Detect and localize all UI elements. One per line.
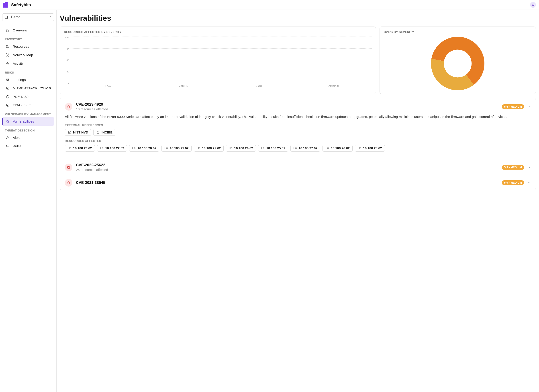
sidebar-item-label: Findings: [13, 78, 26, 82]
resources-affected-label: RESOURCES AFFECTED: [65, 139, 531, 143]
card-resources-by-severity: RESOURCES AFFECTED BY SEVERITY 120906030…: [60, 27, 376, 94]
card-title: CVE'S BY SEVERITY: [384, 30, 532, 34]
page-title: Vulnerabilities: [60, 14, 536, 23]
network-map-icon: [5, 53, 10, 57]
vulnerability-body: All firmware versions of the NPort 5000 …: [65, 111, 531, 155]
sidebar-group-label: THREAT DETECTION: [2, 126, 54, 134]
resource-chip[interactable]: 10.100.28.62: [355, 145, 385, 151]
sidebar-item-resources[interactable]: Resources: [2, 42, 54, 51]
sidebar-item-activity[interactable]: Activity: [2, 59, 54, 68]
card-title: RESOURCES AFFECTED BY SEVERITY: [64, 30, 372, 34]
vulnerability-row: CVE-2022-25622 25 resources affected 5.3…: [60, 159, 536, 175]
severity-badge: 5.9 - MEDIUM: [502, 180, 524, 185]
sidebar-item-label: Resources: [13, 44, 29, 48]
grid-icon: [5, 29, 10, 32]
bar-chart-plot: [71, 37, 372, 84]
severity-badge: 5.3 - MEDIUM: [502, 165, 524, 170]
bar-chart-y-ticks: 1209060300: [64, 37, 71, 84]
vulnerability-id: CVE-2021-38545: [76, 180, 498, 185]
vulnerability-row: CVE-2023-4929 10 resources affected 6.5 …: [60, 99, 536, 159]
resource-chip[interactable]: 10.100.25.62: [258, 145, 288, 151]
sidebar-item-tisax[interactable]: TISAX 6.0.3: [2, 101, 54, 109]
donut-slice-medium: [438, 60, 470, 84]
device-icon: [100, 146, 104, 150]
user-avatar[interactable]: VJ: [530, 2, 536, 8]
environment-label: Demo: [11, 15, 47, 19]
device-icon: [358, 146, 361, 150]
resource-chip[interactable]: 10.100.27.62: [290, 145, 321, 151]
vulnerability-description: All firmware versions of the NPort 5000 …: [65, 114, 531, 119]
resource-chip[interactable]: 10.100.20.62: [129, 145, 159, 151]
brand: Safetybits: [3, 2, 31, 8]
vulnerability-header[interactable]: CVE-2022-25622 25 resources affected 5.3…: [65, 163, 531, 172]
sidebar-item-label: Alerts: [13, 136, 22, 140]
brand-logo-icon: [3, 2, 9, 8]
resource-chip[interactable]: 10.100.24.62: [226, 145, 256, 151]
sidebar-item-overview[interactable]: Overview: [2, 26, 54, 34]
sidebar-group-label: RISKS: [2, 68, 54, 76]
sidebar-item-alerts[interactable]: Alerts: [2, 134, 54, 142]
resource-chip[interactable]: 10.100.21.62: [161, 145, 192, 151]
vulnerabilities-icon: [5, 120, 10, 123]
chevron-down-icon[interactable]: [528, 166, 531, 169]
sidebar-item-findings[interactable]: Findings: [2, 76, 54, 84]
sidebar-item-label: Rules: [13, 144, 22, 148]
resource-chip[interactable]: 10.100.23.62: [65, 145, 95, 151]
environment-selector[interactable]: Demo: [2, 13, 54, 21]
device-icon: [197, 146, 200, 150]
resource-chip[interactable]: 10.100.29.62: [194, 145, 224, 151]
external-references: NIST NVDINCIBE: [65, 129, 531, 136]
external-references-label: EXTERNAL REFERENCES: [65, 123, 531, 127]
severity-badge: 6.5 - MEDIUM: [502, 104, 524, 109]
external-reference-link[interactable]: INCIBE: [93, 129, 115, 136]
resources-affected: 10.100.23.6210.100.22.6210.100.20.6210.1…: [65, 145, 531, 151]
resource-chip[interactable]: 10.100.22.62: [97, 145, 127, 151]
vulnerability-list: CVE-2023-4929 10 resources affected 6.5 …: [60, 98, 536, 190]
chevron-up-icon[interactable]: [528, 105, 531, 108]
vulnerability-row: CVE-2021-38545 5.9 - MEDIUM: [60, 175, 536, 190]
device-icon: [325, 146, 329, 150]
sidebar-item-label: Overview: [13, 28, 27, 32]
sidebar-item-mitre[interactable]: MITRE ATT&CK ICS v16: [2, 84, 54, 92]
device-icon: [164, 146, 168, 150]
vulnerability-header[interactable]: CVE-2023-4929 10 resources affected 6.5 …: [65, 102, 531, 111]
activity-icon: [5, 62, 10, 66]
sidebar-group-label: VULNERABILITY MANAGEMENT: [2, 109, 54, 117]
external-reference-link[interactable]: NIST NVD: [65, 129, 91, 136]
bug-icon: [65, 179, 72, 187]
app-header: Safetybits VJ: [0, 0, 539, 10]
external-link-icon: [96, 131, 100, 134]
tisax-icon: [5, 103, 10, 107]
device-icon: [68, 146, 71, 150]
bar-chart: 1209060300 LOWMEDIUMHIGHCRITICAL: [64, 37, 372, 88]
mitre-icon: [5, 87, 10, 90]
factory-icon: [5, 15, 9, 19]
sidebar-item-label: Vulnerabilities: [13, 119, 34, 123]
vulnerability-header[interactable]: CVE-2021-38545 5.9 - MEDIUM: [65, 179, 531, 187]
device-icon: [132, 146, 136, 150]
device-icon: [261, 146, 265, 150]
resources-icon: [5, 45, 10, 48]
chevron-down-icon[interactable]: [528, 181, 531, 184]
sidebar-item-label: Network Map: [13, 53, 33, 57]
rules-icon: [5, 144, 10, 148]
bug-icon: [65, 103, 72, 111]
sidebar-group-label: INVENTORY: [2, 34, 54, 42]
sidebar-item-vulnerabilities[interactable]: Vulnerabilities: [2, 117, 54, 126]
findings-icon: [5, 78, 10, 82]
vulnerability-affected-count: 25 resources affected: [76, 168, 498, 172]
sidebar-item-pce-nis2[interactable]: PCE-NIS2: [2, 92, 54, 101]
donut-chart: [431, 37, 484, 90]
vulnerability-affected-count: 10 resources affected: [76, 107, 498, 111]
alerts-icon: [5, 136, 10, 140]
vulnerability-id: CVE-2023-4929: [76, 102, 498, 107]
sidebar-item-label: MITRE ATT&CK ICS v16: [13, 86, 51, 90]
device-icon: [229, 146, 232, 150]
external-link-icon: [68, 131, 71, 134]
sidebar: Demo Overview INVENTORYResourcesNetwork …: [0, 10, 57, 392]
sidebar-item-rules[interactable]: Rules: [2, 142, 54, 150]
chevron-up-down-icon: [49, 16, 52, 19]
resource-chip[interactable]: 10.100.26.62: [322, 145, 353, 151]
bug-icon: [65, 164, 72, 171]
sidebar-item-network-map[interactable]: Network Map: [2, 51, 54, 59]
